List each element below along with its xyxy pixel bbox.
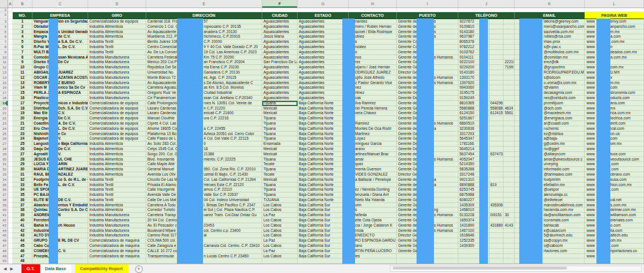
cell-empresa[interactable]: DistribuiDch. S.A. De C.V.: [32, 106, 88, 111]
row-number[interactable]: 42: [0, 218, 8, 223]
cell-empresa[interactable]: [32, 259, 88, 264]
cell-no[interactable]: 37: [13, 203, 32, 208]
cell-ciudad[interactable]: Tijuana: [262, 132, 298, 137]
cell-web[interactable]: wwwdeados.com.mx: [585, 50, 644, 55]
cell-contacto[interactable]: cia / Jorge Calderon K: [349, 223, 397, 228]
cell-empresa[interactable]: Diseko SDe Cv: [32, 60, 88, 65]
cell-no[interactable]: 7: [13, 50, 32, 55]
cell-no[interactable]: 2: [13, 24, 32, 30]
cell-estado[interactable]: Baja California Norte: [298, 167, 349, 172]
cell-estado[interactable]: Baja California Sur: [298, 233, 349, 238]
empty-cell[interactable]: [8, 12, 13, 19]
cell-a[interactable]: [8, 254, 13, 259]
cell-giro[interactable]: Comercializadora de equipos: [88, 121, 146, 126]
cell-ciudad[interactable]: Tecate: [262, 172, 298, 177]
cell-direccion[interactable]: Carretera Aguascas Km. 8.5 Col. Morelos: [146, 85, 262, 90]
cell-empresa[interactable]: Proyectonicos e Industrial: [32, 101, 88, 106]
row-number[interactable]: 14: [0, 75, 8, 81]
cell-a[interactable]: [8, 132, 13, 137]
cell-giro[interactable]: Industria Alimenticia: [88, 147, 146, 152]
cell-empresa[interactable]: Abasteceentos Y Embutidos: [32, 203, 88, 208]
cell-ciudad[interactable]: Los Cabos: [262, 218, 298, 223]
cell-empresa[interactable]: GRUPOE RL DE CV: [32, 238, 88, 243]
column-header-C[interactable]: C: [32, 0, 88, 8]
cell-no[interactable]: 23: [13, 132, 32, 137]
cell-estado[interactable]: Aguascalientes: [298, 65, 349, 70]
cell-no[interactable]: 6: [13, 45, 32, 50]
cell-contacto[interactable]: nandez: [349, 19, 397, 24]
cell-ciudad[interactable]: La Paz: [262, 249, 298, 254]
cell-web[interactable]: wwwhion.com.mx: [585, 183, 644, 188]
cell-estado[interactable]: Aguascalientes: [298, 55, 349, 60]
cell-estado[interactable]: Baja California Norte: [298, 111, 349, 116]
cell-contacto[interactable]: Nieto Ma Yolanda: [349, 198, 397, 203]
cell-contacto[interactable]: orin: [349, 203, 397, 208]
cell-no[interactable]: 8: [13, 55, 32, 60]
cell-contacto[interactable]: nzález: [349, 45, 397, 50]
horizontal-scrollbar-thumb[interactable]: [393, 267, 567, 270]
cell-no[interactable]: 3: [13, 30, 32, 35]
cell-direccion[interactable]: Carretera A Todol. Brisas Del Pacifico C…: [146, 203, 262, 208]
cell-empresa[interactable]: ROBERTZ BUENO: [32, 81, 88, 86]
cell-no[interactable]: 30: [13, 167, 32, 172]
cell-web[interactable]: wwwenvy.com: [585, 19, 644, 24]
cell-giro[interactable]: Industria Manufacturera: [88, 70, 146, 75]
cell-estado[interactable]: Aguascalientes: [298, 50, 349, 55]
cell-estado[interactable]: Baja California Norte: [298, 162, 349, 167]
row-number[interactable]: 6: [0, 34, 8, 39]
cell-a[interactable]: [8, 183, 13, 188]
cell-direccion[interactable]: Comercio 1 Col. Cropecuario C.P. 20135: [146, 24, 262, 30]
sheet-nav-left-icon[interactable]: ◀: [3, 267, 6, 271]
row-number[interactable]: 40: [0, 208, 8, 213]
cell-giro[interactable]: Comercializadora de maquina: [88, 238, 146, 243]
cell-ciudad[interactable]: Los Cabos: [262, 208, 298, 213]
cell-contacto[interactable]: RTIN PEÑA LUCERO: [349, 249, 397, 254]
cell-web[interactable]: [585, 259, 644, 264]
cell-direccion[interactable]: Calle Paseo de L4 Col. Del Valle C.P. 22…: [146, 136, 262, 141]
cell-giro[interactable]: Industria Textil: [88, 39, 146, 45]
cell-estado[interactable]: Baja California Norte: [298, 136, 349, 141]
cell-a[interactable]: [8, 19, 13, 24]
cell-contacto[interactable]: lano: [349, 243, 397, 249]
cell-no[interactable]: 41: [13, 223, 32, 228]
cell-empresa[interactable]: LUCIA YFARIN: [32, 162, 88, 167]
cell-estado[interactable]: Baja California Norte: [298, 101, 349, 106]
cell-web[interactable]: wwwwilliamson.com: [585, 213, 644, 218]
cell-web[interactable]: wwws.com.mx: [585, 203, 644, 208]
cell-direccion[interactable]: Plataforma 13 BoAzteca 20051 col. Cerro …: [146, 132, 262, 137]
column-header-G[interactable]: G: [298, 0, 349, 8]
row-number[interactable]: 25: [0, 132, 8, 137]
cell-a[interactable]: [8, 218, 13, 223]
cell-web[interactable]: wwwaltech.edu: [585, 233, 644, 238]
cell-a[interactable]: [8, 259, 13, 264]
cell-a[interactable]: [8, 147, 13, 152]
column-header-I[interactable]: I: [397, 0, 458, 8]
cell-contacto[interactable]: uijarro / José Hernán: [349, 65, 397, 70]
cell-empresa[interactable]: PC BAJA: [32, 192, 88, 198]
cell-contacto[interactable]: quez: [349, 162, 397, 167]
cell-estado[interactable]: Baja California Norte: [298, 192, 349, 198]
cell-giro[interactable]: Industria Textil: [88, 50, 146, 55]
cell-ciudad[interactable]: San Francisco De Lo: [262, 60, 298, 65]
cell-estado[interactable]: Aguascalientes: [298, 85, 349, 90]
cell-contacto[interactable]: o: [349, 50, 397, 55]
cell-web[interactable]: wwwom.mx: [585, 141, 644, 147]
cell-web[interactable]: www.com.mx: [585, 39, 644, 45]
cell-a[interactable]: [8, 249, 13, 254]
cell-ciudad[interactable]: Aguascalientes: [262, 85, 298, 90]
cell-web[interactable]: wwwcom: [585, 85, 644, 90]
cell-ciudad[interactable]: La Paz: [262, 238, 298, 243]
cell-no[interactable]: 40: [13, 218, 32, 223]
cell-a[interactable]: [8, 152, 13, 157]
cell-estado[interactable]: Baja California Norte: [298, 132, 349, 137]
cell-ciudad[interactable]: Aguascalientes: [262, 70, 298, 75]
cell-contacto[interactable]: z Pastor Gerardo Vice: [349, 81, 397, 86]
cell-no[interactable]: 15: [13, 90, 32, 96]
row-number[interactable]: 10: [0, 55, 8, 60]
cell-contacto[interactable]: rtinez: [349, 90, 397, 96]
cell-direccion[interactable]: Manuel Clouthieura C.P. 22216: [146, 116, 262, 121]
cell-ciudad[interactable]: Aguascalientes: [262, 30, 298, 35]
row-number[interactable]: 36: [0, 187, 8, 192]
cell-estado[interactable]: Aguascalientes: [298, 39, 349, 45]
horizontal-scrollbar[interactable]: [390, 265, 642, 272]
